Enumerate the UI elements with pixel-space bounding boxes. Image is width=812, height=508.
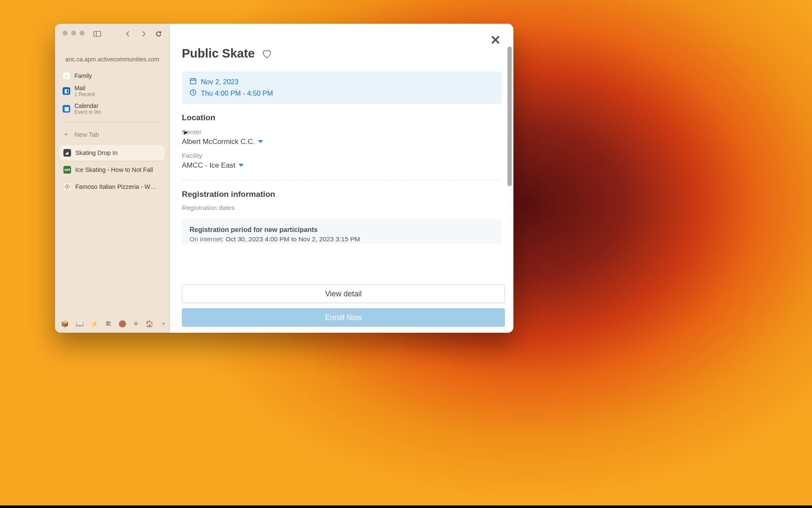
footer-icon[interactable]: 🏠 (145, 320, 154, 328)
dock-edge (0, 505, 812, 508)
location-heading: Location (182, 113, 502, 122)
svg-rect-0 (94, 31, 101, 36)
reg-internet-value: Oct 30, 2023 4:00 PM to Nov 2, 2023 3:15… (225, 235, 360, 243)
facility-value-row[interactable]: AMCC - Ice East (182, 161, 502, 170)
favicon: ⛸ (63, 149, 71, 157)
footer-icon[interactable]: ✳ (133, 320, 139, 328)
chevron-down-icon (258, 138, 263, 146)
tab-ice-skating[interactable]: wH Ice Skating - How to Not Fall (59, 162, 165, 178)
action-bar: View detail Enroll Now (182, 281, 505, 327)
calendar-icon: ▦ (63, 105, 70, 113)
tab-label: Skating Drop In (75, 149, 118, 156)
favicon (63, 183, 71, 190)
pinned-subtitle: Event in 9m (74, 109, 101, 115)
address-bar[interactable]: anc.ca.apm.activecommunities.com (60, 53, 165, 65)
view-detail-label: View detail (325, 290, 362, 298)
back-button[interactable] (122, 29, 134, 39)
footer-add-icon[interactable]: ＋ (160, 320, 167, 328)
tab-skating-drop-in[interactable]: ⛸ Skating Drop In (59, 145, 165, 161)
enroll-label: Enroll Now (325, 313, 362, 322)
pinned-subtitle: 1 Recent (74, 91, 95, 97)
event-date: Nov 2, 2023 (201, 78, 239, 86)
footer-icon[interactable]: ⚡ (91, 320, 99, 328)
footer-icon[interactable]: 🛠 (105, 320, 112, 327)
view-detail-button[interactable]: View detail (182, 284, 505, 303)
new-tab-label: New Tab (74, 131, 99, 138)
pinned-label: Family (74, 72, 92, 79)
tab-label: Ice Skating - How to Not Fall (75, 166, 153, 173)
pinned-label: Calendar (74, 102, 101, 109)
new-tab-button[interactable]: ＋ New Tab (55, 127, 170, 142)
center-value: Albert McCormick C.C. (182, 138, 255, 146)
title-text: Public Skate (182, 47, 255, 61)
chevron-down-icon (238, 161, 244, 170)
favorite-button[interactable] (261, 48, 272, 59)
minimize-window-button[interactable] (71, 30, 76, 36)
close-window-button[interactable] (63, 30, 68, 36)
scrollbar-thumb[interactable] (508, 47, 512, 186)
center-value-row[interactable]: Albert McCormick C.C. (182, 138, 502, 146)
plus-icon: ＋ (63, 130, 69, 139)
reg-period-title: Registration period for new participants (189, 226, 494, 234)
divider (62, 122, 163, 122)
tab-label: Famoso Italian Pizzeria - W… (75, 183, 156, 190)
reg-internet-label: On internet: (189, 235, 224, 243)
zoom-window-button[interactable] (80, 30, 85, 36)
reload-button[interactable] (153, 29, 165, 39)
pinned-family[interactable]: ⌂ Family (59, 69, 165, 82)
footer-icon[interactable]: 📖 (76, 320, 84, 328)
registration-period-box: Registration period for new participants… (182, 219, 502, 244)
footer-icon[interactable]: 📦 (61, 320, 69, 328)
calendar-icon (189, 77, 197, 86)
svg-point-3 (66, 186, 68, 188)
safari-sidebar: anc.ca.apm.activecommunities.com ⌂ Famil… (55, 24, 170, 333)
home-icon: ⌂ (63, 72, 70, 80)
event-time: Thu 4:00 PM - 4:50 PM (201, 89, 273, 97)
divider (182, 180, 502, 180)
schedule-box: Nov 2, 2023 Thu 4:00 PM - 4:50 PM (182, 72, 502, 104)
favicon: wH (63, 166, 71, 174)
center-label: Center (182, 128, 502, 136)
sidebar-footer: 📦 📖 ⚡ 🛠 🟤 ✳ 🏠 ＋ (55, 315, 170, 333)
page-title: Public Skate (182, 47, 502, 61)
pinned-label: Mail (74, 85, 95, 91)
mail-icon: ◧ (63, 87, 70, 95)
registration-heading: Registration information (182, 190, 502, 199)
footer-icon[interactable]: 🟤 (118, 320, 126, 328)
enroll-now-button[interactable]: Enroll Now (182, 308, 505, 327)
sidebar-toggle-button[interactable] (91, 29, 104, 39)
browser-window: anc.ca.apm.activecommunities.com ⌂ Famil… (55, 24, 513, 333)
clock-icon (189, 89, 197, 98)
forward-button[interactable] (137, 29, 149, 39)
svg-rect-4 (190, 79, 196, 84)
pinned-calendar[interactable]: ▦ Calendar Event in 9m (59, 100, 165, 118)
pinned-mail[interactable]: ◧ Mail 1 Recent (59, 82, 165, 100)
tab-famoso[interactable]: Famoso Italian Pizzeria - W… (59, 179, 165, 195)
facility-value: AMCC - Ice East (182, 161, 236, 170)
registration-dates-label: Registration dates (182, 204, 502, 212)
scrollbar[interactable] (508, 47, 512, 224)
page-content: ✕ Public Skate (170, 24, 513, 333)
facility-label: Facility (182, 152, 502, 160)
